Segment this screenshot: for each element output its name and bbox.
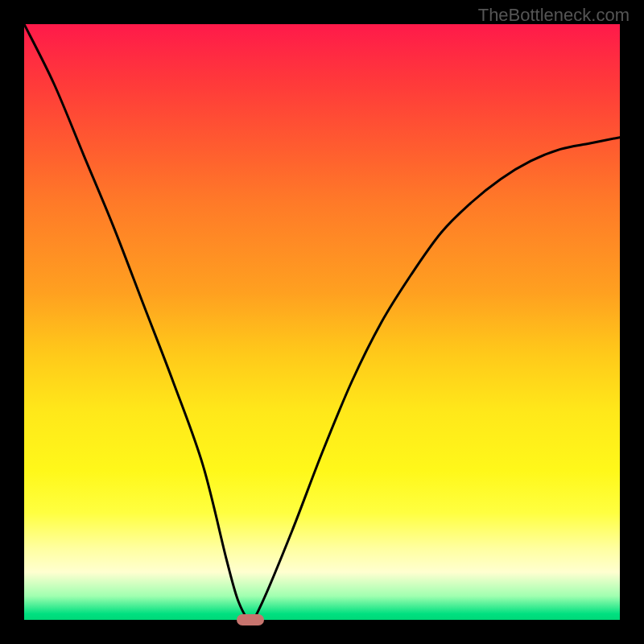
plot-area [24,24,620,620]
bottleneck-curve [24,24,620,620]
optimal-marker [237,614,264,625]
watermark-text: TheBottleneck.com [478,5,630,26]
chart-container: TheBottleneck.com [0,0,644,644]
